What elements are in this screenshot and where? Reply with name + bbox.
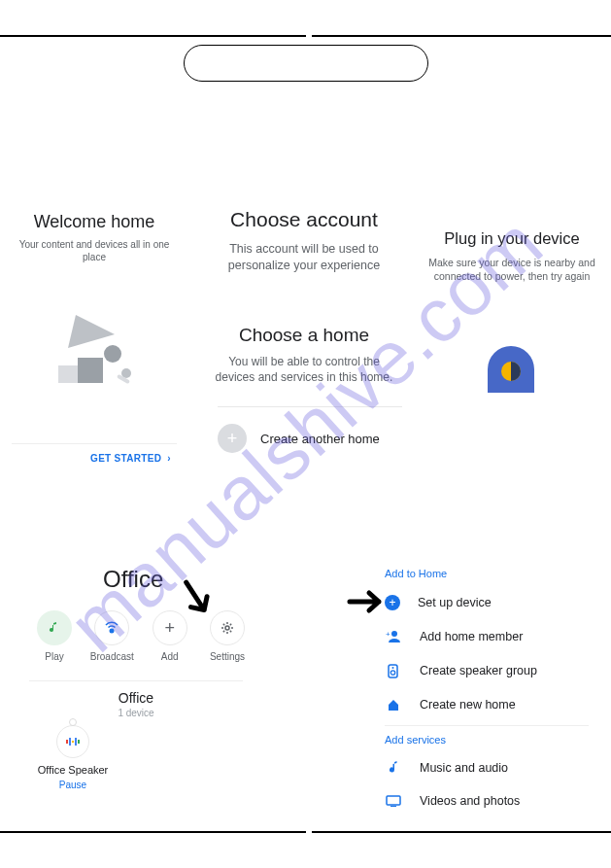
svg-rect-12	[75, 738, 77, 746]
play-label: Play	[29, 651, 80, 662]
section-add-to-home: Add to Home	[385, 568, 589, 579]
speaker-icon	[56, 725, 89, 758]
add-label: Add	[145, 651, 195, 662]
videos-photos-label: Videos and photos	[420, 794, 520, 808]
speaker-group-label: Create speaker group	[420, 664, 537, 677]
broadcast-icon	[94, 610, 129, 645]
svg-point-17	[390, 671, 394, 675]
svg-rect-13	[78, 740, 80, 744]
svg-rect-9	[66, 740, 68, 744]
welcome-illustration	[49, 309, 146, 397]
choose-account-block: Choose account This account will be used…	[204, 208, 404, 274]
settings-label: Settings	[202, 651, 253, 662]
create-new-home-label: Create new home	[420, 698, 516, 712]
svg-rect-19	[387, 796, 400, 805]
play-button[interactable]: Play	[29, 610, 80, 662]
add-member-label: Add home member	[420, 630, 523, 643]
separator	[29, 680, 243, 681]
choose-home-block: Choose a home You will be able to contro…	[204, 325, 404, 385]
add-to-home-panel: Add to Home + Set up device + Add home m…	[385, 560, 589, 817]
create-new-home-row[interactable]: Create new home	[385, 688, 589, 721]
videos-photos-row[interactable]: Videos and photos	[385, 784, 589, 817]
room-header: Office 1 device	[29, 690, 243, 718]
chevron-right-icon: ›	[164, 453, 171, 464]
speaker-group-row[interactable]: Create speaker group	[385, 653, 589, 688]
svg-point-18	[392, 667, 394, 669]
svg-rect-16	[389, 665, 397, 677]
home-icon	[385, 698, 402, 712]
welcome-title: Welcome home	[12, 212, 177, 232]
bottom-rule	[0, 831, 611, 833]
separator	[385, 725, 589, 726]
broadcast-button[interactable]: Broadcast	[86, 610, 137, 662]
svg-rect-20	[390, 806, 396, 807]
separator	[12, 443, 177, 444]
arrow-annotation	[177, 579, 220, 626]
top-pill	[184, 45, 428, 82]
svg-rect-2	[58, 365, 78, 383]
tv-icon	[385, 795, 402, 807]
device-name: Office Speaker	[29, 764, 117, 776]
create-home-row[interactable]: + Create another home	[218, 424, 412, 453]
music-audio-row[interactable]: Music and audio	[385, 751, 589, 784]
svg-marker-0	[68, 315, 115, 348]
setup-device-label: Set up device	[418, 596, 492, 609]
svg-text:+: +	[386, 630, 390, 639]
plugin-block: Plug in your device Make sure your devic…	[425, 229, 598, 283]
svg-point-8	[225, 626, 229, 630]
section-add-services: Add services	[385, 734, 589, 746]
music-note-icon	[385, 761, 402, 775]
welcome-subtitle: Your content and devices all in one plac…	[12, 238, 177, 263]
top-rule	[0, 35, 611, 37]
room-name: Office	[29, 690, 243, 706]
get-started-button[interactable]: GET STARTED ›	[12, 453, 177, 464]
choose-account-subtitle: This account will be used to personalize…	[204, 241, 404, 274]
get-started-label: GET STARTED	[90, 453, 161, 464]
svg-point-7	[110, 629, 115, 634]
setup-device-row[interactable]: + Set up device	[385, 585, 589, 620]
plus-icon: +	[218, 424, 247, 453]
music-note-icon	[37, 610, 72, 645]
plugin-subtitle: Make sure your device is nearby and conn…	[425, 256, 598, 283]
svg-point-3	[104, 345, 121, 363]
device-tile[interactable]: Office Speaker Pause	[29, 725, 117, 790]
separator	[218, 406, 402, 407]
svg-rect-11	[72, 741, 74, 743]
choose-home-title: Choose a home	[204, 325, 404, 346]
office-title: Office	[103, 566, 163, 593]
arrow-annotation	[346, 587, 389, 620]
person-add-icon: +	[385, 630, 402, 643]
welcome-card: Welcome home Your content and devices al…	[12, 212, 177, 263]
add-member-row[interactable]: + Add home member	[385, 620, 589, 653]
svg-rect-10	[69, 738, 71, 746]
svg-rect-1	[78, 358, 103, 383]
device-illustration	[484, 342, 538, 393]
plugin-title: Plug in your device	[425, 229, 598, 248]
svg-point-14	[391, 631, 397, 637]
choose-home-subtitle: You will be able to control the devices …	[204, 354, 404, 385]
create-home-label: Create another home	[260, 432, 380, 446]
music-audio-label: Music and audio	[420, 761, 508, 775]
choose-account-title: Choose account	[204, 208, 404, 231]
room-device-count: 1 device	[29, 708, 243, 718]
pause-button[interactable]: Pause	[29, 780, 117, 790]
broadcast-label: Broadcast	[86, 651, 137, 662]
speaker-group-icon	[385, 663, 402, 678]
